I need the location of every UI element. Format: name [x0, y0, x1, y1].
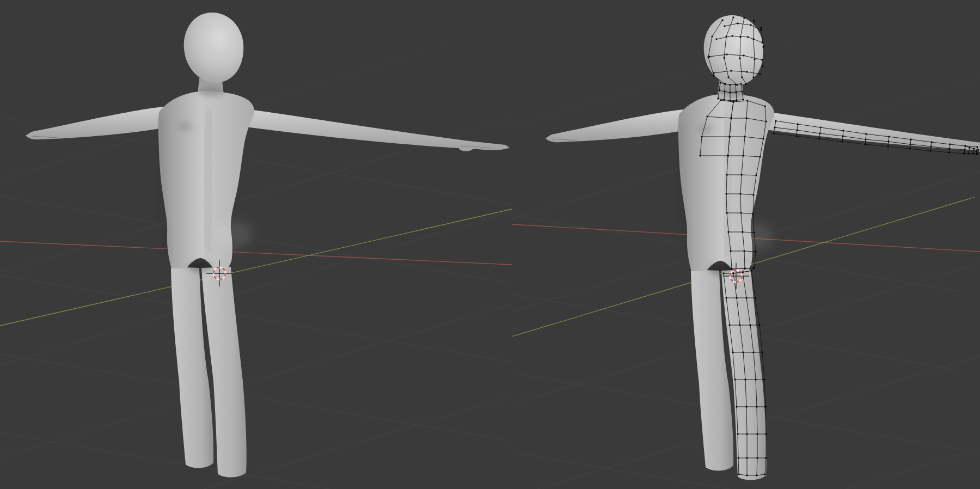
horizon-fade [0, 0, 980, 163]
viewport-canvas[interactable] [0, 0, 980, 489]
